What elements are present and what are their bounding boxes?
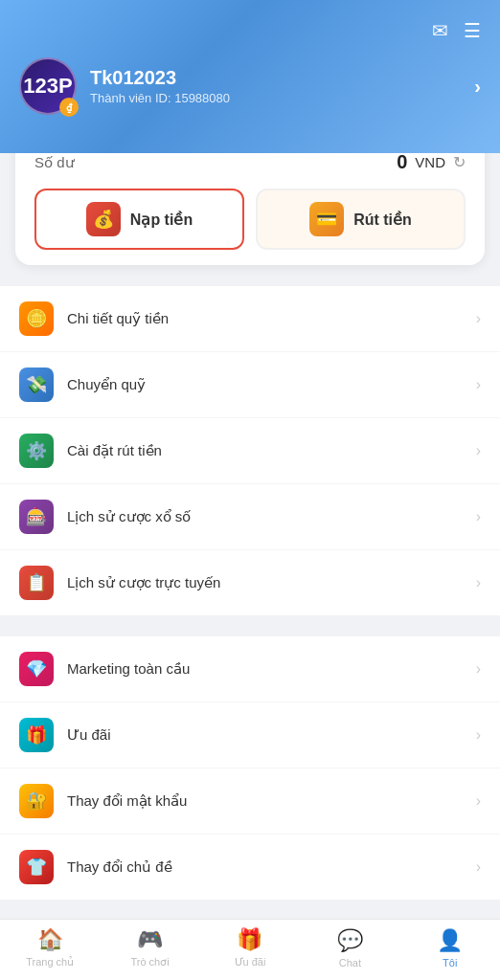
nav-label-chat: Chat — [339, 957, 361, 969]
nav-icon-promotions: 🎁 — [237, 927, 262, 952]
menu-arrow-fund-detail: › — [476, 310, 481, 327]
menu-icon-fund-detail: 🪙 — [19, 301, 54, 336]
menu-label-change-theme: Thay đổi chủ đề — [67, 858, 463, 876]
withdraw-icon: 💳 — [309, 202, 344, 236]
nav-icon-home: 🏠 — [37, 927, 63, 952]
deposit-label: Nạp tiền — [130, 211, 193, 229]
nav-icon-profile: 👤 — [437, 928, 463, 953]
menu-item-change-theme[interactable]: 👕 Thay đổi chủ đề › — [0, 835, 500, 900]
withdraw-label: Rút tiền — [353, 211, 412, 229]
menu-item-marketing[interactable]: 💎 Marketing toàn cầu › — [0, 636, 500, 702]
menu-label-live-history: Lịch sử cược trực tuyến — [67, 574, 463, 591]
bottom-nav: 🏠 Trang chủ 🎮 Trò chơi 🎁 Ưu đãi 💬 Chat 👤… — [0, 919, 500, 980]
action-buttons: 💰 Nạp tiền 💳 Rút tiền — [34, 189, 466, 250]
menu-icon-lottery-history: 🎰 — [19, 500, 54, 534]
header-icons: ✉ ☰ — [19, 19, 481, 42]
menu-icon-promotions: 🎁 — [19, 718, 54, 752]
menu-icon-withdraw-settings: ⚙️ — [19, 434, 54, 468]
menu-item-withdraw-settings[interactable]: ⚙️ Cài đặt rút tiền › — [0, 418, 500, 484]
menu-item-change-password[interactable]: 🔐 Thay đổi mật khẩu › — [0, 768, 500, 835]
balance-row: Số dư 0 VND ↻ — [34, 151, 466, 173]
mail-icon[interactable]: ✉ — [432, 19, 448, 42]
avatar-text: 123P — [23, 74, 72, 99]
menu-icon-change-password: 🔐 — [19, 784, 54, 818]
header: ✉ ☰ 123P ₫ Tk012023 Thành viên ID: 15988… — [0, 0, 500, 153]
profile-row: 123P ₫ Tk012023 Thành viên ID: 15988080 … — [19, 57, 481, 115]
menu-label-fund-detail: Chi tiết quỹ tiền — [67, 310, 463, 327]
nav-item-profile[interactable]: 👤 Tôi — [412, 928, 489, 969]
deposit-button[interactable]: 💰 Nạp tiền — [34, 189, 244, 250]
menu-item-live-history[interactable]: 📋 Lịch sử cược trực tuyến › — [0, 550, 500, 615]
nav-icon-chat: 💬 — [337, 928, 363, 953]
balance-label: Số dư — [34, 154, 75, 171]
menu-label-marketing: Marketing toàn cầu — [67, 660, 463, 678]
balance-number: 0 — [397, 151, 407, 173]
balance-value: 0 VND ↻ — [397, 151, 466, 173]
nav-label-home: Trang chủ — [26, 956, 74, 969]
withdraw-button[interactable]: 💳 Rút tiền — [256, 189, 466, 250]
nav-label-promotions: Ưu đãi — [235, 956, 266, 969]
refresh-icon[interactable]: ↻ — [453, 153, 466, 171]
nav-item-chat[interactable]: 💬 Chat — [311, 928, 388, 969]
menu-arrow-change-password: › — [476, 792, 481, 810]
menu-arrow-marketing: › — [476, 660, 481, 678]
nav-item-promotions[interactable]: 🎁 Ưu đãi — [212, 927, 288, 969]
nav-item-games[interactable]: 🎮 Trò chơi — [112, 927, 189, 969]
balance-card: Số dư 0 VND ↻ 💰 Nạp tiền 💳 Rút tiền — [15, 136, 485, 265]
avatar: 123P ₫ — [19, 57, 77, 115]
menu-item-lottery-history[interactable]: 🎰 Lịch sử cược xổ số › — [0, 484, 500, 550]
menu-icon-transfer: 💸 — [19, 368, 54, 402]
menu-item-promotions[interactable]: 🎁 Ưu đãi › — [0, 702, 500, 768]
menu-label-withdraw-settings: Cài đặt rút tiền — [67, 442, 463, 459]
nav-item-home[interactable]: 🏠 Trang chủ — [11, 927, 88, 969]
menu-item-transfer[interactable]: 💸 Chuyển quỹ › — [0, 352, 500, 418]
menu-arrow-withdraw-settings: › — [476, 442, 481, 459]
profile-id: Thành viên ID: 15988080 — [90, 91, 461, 105]
menu-icon-live-history: 📋 — [19, 566, 54, 600]
menu-arrow-transfer: › — [476, 376, 481, 393]
menu-label-transfer: Chuyển quỹ — [67, 376, 463, 393]
nav-label-profile: Tôi — [443, 957, 457, 969]
menu-label-lottery-history: Lịch sử cược xổ số — [67, 508, 463, 525]
avatar-badge: ₫ — [59, 98, 79, 117]
nav-label-games: Trò chơi — [130, 956, 169, 969]
menu-label-promotions: Ưu đãi — [67, 726, 463, 744]
menu-icon[interactable]: ☰ — [464, 19, 481, 42]
profile-name: Tk012023 — [90, 67, 461, 89]
section-gap-1 — [0, 277, 500, 286]
account-menu: 💎 Marketing toàn cầu › 🎁 Ưu đãi › 🔐 Thay… — [0, 636, 500, 900]
nav-icon-games: 🎮 — [137, 927, 163, 952]
profile-info: Tk012023 Thành viên ID: 15988080 — [90, 67, 461, 105]
deposit-icon: 💰 — [86, 202, 121, 236]
menu-arrow-lottery-history: › — [476, 508, 481, 525]
menu-arrow-live-history: › — [476, 574, 481, 591]
menu-icon-change-theme: 👕 — [19, 850, 54, 884]
menu-label-change-password: Thay đổi mật khẩu — [67, 792, 463, 810]
menu-item-fund-detail[interactable]: 🪙 Chi tiết quỹ tiền › — [0, 286, 500, 352]
menu-icon-marketing: 💎 — [19, 652, 54, 686]
profile-arrow-icon[interactable]: › — [474, 76, 481, 98]
finance-menu: 🪙 Chi tiết quỹ tiền › 💸 Chuyển quỹ › ⚙️ … — [0, 286, 500, 615]
balance-currency: VND — [415, 154, 445, 170]
menu-arrow-promotions: › — [476, 726, 481, 744]
section-gap-2 — [0, 627, 500, 636]
menu-arrow-change-theme: › — [476, 858, 481, 876]
